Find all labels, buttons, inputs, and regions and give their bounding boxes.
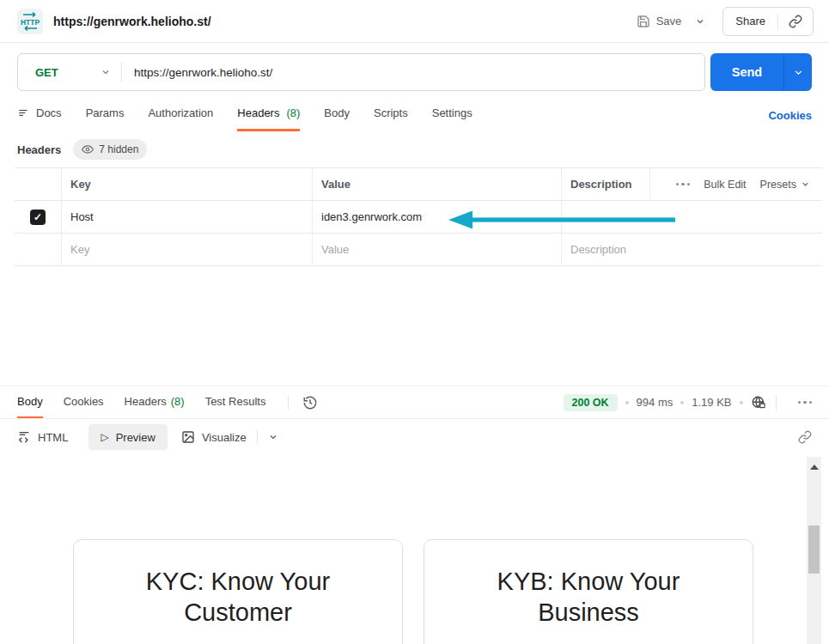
response-history-button[interactable] bbox=[302, 395, 318, 410]
response-tab-body[interactable]: Body bbox=[17, 386, 43, 418]
row-checkbox-cell bbox=[15, 234, 62, 265]
tab-settings[interactable]: Settings bbox=[432, 94, 472, 131]
method-label: GET bbox=[35, 66, 58, 79]
preview-label: Preview bbox=[116, 431, 155, 444]
more-options-icon[interactable] bbox=[676, 183, 691, 186]
globe-lock-icon bbox=[751, 395, 766, 410]
history-icon bbox=[302, 395, 318, 410]
value-placeholder[interactable]: Value bbox=[313, 234, 562, 265]
request-title: https://genrwork.helioho.st/ bbox=[53, 15, 211, 28]
table-actions: Bulk Edit Presets bbox=[650, 168, 822, 200]
response-tab-cookies[interactable]: Cookies bbox=[64, 386, 104, 418]
response-tabs-divider bbox=[288, 396, 289, 410]
tab-scripts[interactable]: Scripts bbox=[374, 94, 408, 131]
play-icon: ▷ bbox=[101, 431, 108, 443]
presets-dropdown[interactable]: Presets bbox=[760, 179, 810, 191]
topbar-actions: Save Share bbox=[637, 7, 814, 36]
tab-body-label: Body bbox=[324, 106, 350, 119]
send-button[interactable]: Send bbox=[710, 53, 812, 91]
kyb-card: KYB: Know Your Business Businesses can v… bbox=[424, 539, 753, 644]
docs-icon bbox=[17, 107, 29, 119]
chevron-down-icon bbox=[268, 432, 278, 442]
response-tab-cookies-label: Cookies bbox=[64, 395, 104, 408]
copy-link-button[interactable] bbox=[778, 15, 813, 28]
table-row-host: ✓ Host iden3.genrwork.com bbox=[15, 201, 822, 234]
toolbar-divider bbox=[257, 430, 258, 444]
scrollbar-thumb[interactable] bbox=[808, 526, 820, 574]
preview-cards: KYC: Know Your Customer With Decentraliz… bbox=[0, 455, 829, 644]
hidden-headers-label: 7 hidden bbox=[99, 143, 138, 155]
kyc-card: KYC: Know Your Customer With Decentraliz… bbox=[73, 539, 403, 644]
image-icon bbox=[181, 430, 195, 444]
response-tab-body-label: Body bbox=[17, 395, 43, 408]
tab-scripts-label: Scripts bbox=[374, 106, 408, 119]
save-options-button[interactable] bbox=[695, 16, 705, 27]
format-label: HTML bbox=[38, 431, 68, 444]
headers-section-header: Headers 7 hidden bbox=[0, 131, 829, 167]
tab-authorization[interactable]: Authorization bbox=[148, 94, 213, 131]
select-all-cell bbox=[15, 168, 62, 200]
key-placeholder[interactable]: Key bbox=[62, 234, 313, 265]
view-options-button[interactable] bbox=[268, 432, 278, 442]
check-icon: ✓ bbox=[34, 211, 42, 223]
tab-params-label: Params bbox=[86, 106, 125, 119]
column-header-value: Value bbox=[313, 168, 562, 200]
kyc-card-title: KYC: Know Your Customer bbox=[107, 566, 369, 628]
row-checkbox[interactable]: ✓ bbox=[30, 210, 46, 225]
visualize-label: Visualize bbox=[202, 431, 247, 444]
response-time: 994 ms bbox=[637, 396, 674, 409]
top-bar: HTTP https://genrwork.helioho.st/ Save bbox=[0, 0, 829, 43]
description-placeholder[interactable]: Description bbox=[562, 234, 822, 265]
response-preview: KYC: Know Your Customer With Decentraliz… bbox=[0, 455, 829, 644]
network-info-button[interactable] bbox=[751, 395, 766, 410]
response-tab-headers[interactable]: Headers (8) bbox=[125, 386, 185, 418]
url-box: GET bbox=[17, 53, 705, 91]
response-view-toolbar: HTML ▷ Preview Visualize bbox=[0, 419, 829, 455]
separator-dot bbox=[680, 401, 684, 404]
method-selector[interactable]: GET bbox=[18, 66, 111, 79]
share-button[interactable]: Share bbox=[723, 15, 777, 27]
http-request-icon: HTTP bbox=[17, 9, 43, 34]
preview-scrollbar[interactable] bbox=[807, 457, 821, 644]
save-button[interactable]: Save bbox=[637, 15, 682, 28]
header-value-cell[interactable]: iden3.genrwork.com bbox=[313, 201, 562, 233]
request-tabs: Docs Params Authorization Headers (8) Bo… bbox=[0, 94, 829, 131]
hidden-headers-toggle[interactable]: 7 hidden bbox=[73, 139, 147, 160]
tab-docs-label: Docs bbox=[36, 106, 62, 119]
response-more-options-icon[interactable] bbox=[798, 401, 813, 404]
save-label: Save bbox=[656, 15, 682, 27]
tab-docs[interactable]: Docs bbox=[17, 94, 62, 131]
response-tab-test-results[interactable]: Test Results bbox=[205, 386, 266, 418]
presets-label: Presets bbox=[760, 179, 796, 191]
header-key-cell[interactable]: Host bbox=[62, 201, 313, 233]
visualize-button[interactable]: Visualize bbox=[181, 430, 247, 444]
status-badge: 200 OK bbox=[564, 394, 618, 411]
row-checkbox-cell: ✓ bbox=[15, 201, 62, 233]
tab-settings-label: Settings bbox=[432, 106, 472, 119]
response-link-button[interactable] bbox=[798, 430, 812, 444]
link-icon bbox=[789, 15, 802, 28]
table-header-row: Key Value Description Bulk Edit Presets bbox=[15, 168, 822, 201]
headers-table: Key Value Description Bulk Edit Presets … bbox=[15, 167, 822, 266]
preview-button[interactable]: ▷ Preview bbox=[88, 424, 167, 450]
link-icon bbox=[798, 430, 812, 444]
tab-params[interactable]: Params bbox=[86, 94, 125, 131]
response-tab-tests-label: Test Results bbox=[205, 395, 266, 408]
bulk-edit-button[interactable]: Bulk Edit bbox=[704, 179, 746, 191]
url-input[interactable] bbox=[122, 66, 704, 79]
cookies-link[interactable]: Cookies bbox=[768, 109, 812, 131]
tab-body[interactable]: Body bbox=[324, 94, 350, 131]
format-selector[interactable]: HTML bbox=[17, 430, 68, 444]
tab-authorization-label: Authorization bbox=[148, 106, 213, 119]
svg-text:HTTP: HTTP bbox=[21, 18, 40, 27]
separator-dot bbox=[740, 401, 743, 404]
scrollbar-up-arrow-icon[interactable] bbox=[810, 465, 819, 470]
share-button-group: Share bbox=[722, 7, 814, 36]
response-tab-headers-label: Headers bbox=[125, 395, 167, 408]
header-description-cell[interactable] bbox=[562, 201, 822, 233]
separator-dot bbox=[625, 401, 629, 404]
send-options-button[interactable] bbox=[784, 67, 812, 78]
tab-headers[interactable]: Headers (8) bbox=[237, 94, 300, 131]
response-tabs: Body Cookies Headers (8) Test Results bbox=[0, 386, 829, 419]
response-tab-headers-count: (8) bbox=[171, 395, 185, 408]
